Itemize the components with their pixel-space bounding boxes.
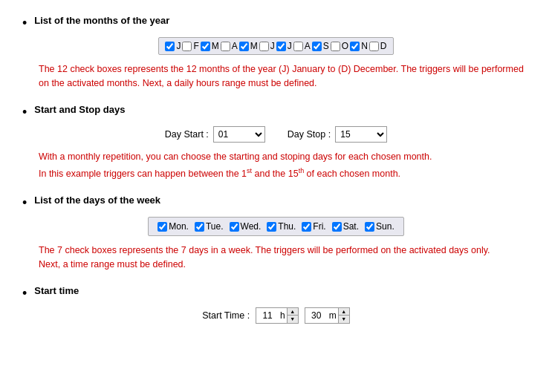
month-checkbox-7[interactable] [293, 42, 303, 51]
week-days-header: • List of the days of the week [22, 195, 530, 209]
month-cb-item-4: M [239, 41, 258, 51]
week-checkbox-group: Mon.Tue.Wed.Thu.Fri.Sat.Sun. [148, 217, 403, 236]
section-start-time: • Start time Start Time : h ▲ ▼ m ▲ ▼ [22, 285, 530, 324]
week-checkbox-1[interactable] [195, 222, 204, 232]
month-cb-item-0: J [165, 41, 181, 51]
week-label-5: Sat. [343, 221, 359, 232]
week-label-4: Fri. [313, 221, 325, 232]
days-range-desc2: In this example triggers can happen betw… [39, 166, 530, 181]
month-label-2: M [212, 41, 219, 51]
day-stop-item: Day Stop : 01 05 10 15 20 28 31 [288, 126, 387, 143]
hours-spinner: h ▲ ▼ [256, 307, 299, 324]
month-label-6: J [288, 41, 292, 51]
week-cb-item-2: Wed. [230, 221, 262, 232]
week-checkbox-3[interactable] [267, 222, 276, 232]
month-cb-item-11: D [369, 41, 387, 51]
month-checkbox-3[interactable] [221, 42, 230, 51]
month-cb-item-7: A [293, 41, 311, 51]
days-range-desc1: With a monthly repetition, you can choos… [39, 150, 530, 164]
month-checkbox-group: JFMAMJJASOND [158, 37, 393, 55]
week-checkbox-0[interactable] [158, 222, 167, 232]
week-checkbox-2[interactable] [230, 222, 239, 232]
month-cb-item-5: J [259, 41, 275, 51]
bullet-3: • [22, 196, 27, 209]
bullet-1: • [22, 16, 27, 30]
week-label-2: Wed. [241, 221, 262, 232]
minutes-input[interactable] [305, 308, 328, 323]
months-description: The 12 check boxes represents the 12 mon… [39, 62, 530, 91]
days-range-header: • Start and Stop days [22, 104, 530, 119]
month-checkbox-5[interactable] [259, 42, 269, 51]
hours-arrows: ▲ ▼ [287, 308, 298, 323]
week-checkbox-6[interactable] [365, 222, 374, 232]
month-label-9: O [342, 41, 348, 51]
week-label-6: Sun. [376, 221, 394, 232]
bullet-2: • [22, 105, 27, 119]
day-start-item: Day Start : 01 02 05 10 15 [165, 126, 265, 143]
minutes-unit: m [328, 310, 338, 321]
minutes-spinner: m ▲ ▼ [305, 307, 350, 324]
section-week-days: • List of the days of the week Mon.Tue.W… [22, 195, 530, 272]
month-checkbox-10[interactable] [350, 42, 360, 51]
minutes-up-button[interactable]: ▲ [339, 308, 349, 316]
month-checkbox-9[interactable] [331, 42, 340, 51]
week-days-title: List of the days of the week [34, 195, 160, 206]
week-cb-item-1: Tue. [195, 221, 224, 232]
month-checkbox-6[interactable] [276, 42, 286, 51]
months-checkboxes-row: JFMAMJJASOND [22, 37, 530, 55]
month-label-0: J [176, 41, 181, 51]
days-range-title: Start and Stop days [34, 104, 125, 115]
week-cb-item-5: Sat. [332, 221, 359, 232]
month-label-8: S [323, 41, 329, 51]
week-cb-item-6: Sun. [365, 221, 394, 232]
start-time-title: Start time [34, 285, 79, 296]
month-label-1: F [193, 41, 198, 51]
months-header: • List of the months of the year [22, 15, 530, 30]
month-label-10: N [361, 41, 368, 51]
month-cb-item-1: F [182, 41, 198, 51]
week-days-checkboxes-row: Mon.Tue.Wed.Thu.Fri.Sat.Sun. [22, 217, 530, 236]
week-label-1: Tue. [206, 221, 224, 232]
week-cb-item-4: Fri. [302, 221, 325, 232]
week-cb-item-3: Thu. [267, 221, 296, 232]
month-label-5: J [270, 41, 275, 51]
month-label-7: A [305, 41, 311, 51]
hours-up-button[interactable]: ▲ [288, 308, 298, 316]
minutes-down-button[interactable]: ▼ [339, 316, 349, 323]
week-label-0: Mon. [169, 221, 189, 232]
month-cb-item-3: A [221, 41, 238, 51]
day-stop-select[interactable]: 01 05 10 15 20 28 31 [335, 126, 387, 143]
month-checkbox-4[interactable] [239, 42, 249, 51]
month-label-3: A [232, 41, 238, 51]
week-label-3: Thu. [278, 221, 296, 232]
month-cb-item-9: O [331, 41, 348, 51]
months-title: List of the months of the year [34, 15, 169, 26]
minutes-arrows: ▲ ▼ [338, 308, 349, 323]
bullet-4: • [22, 287, 27, 300]
month-cb-item-10: N [350, 41, 368, 51]
hours-input[interactable] [256, 308, 279, 323]
month-checkbox-8[interactable] [312, 42, 322, 51]
start-time-header: • Start time [22, 285, 530, 300]
month-checkbox-2[interactable] [201, 42, 210, 51]
month-cb-item-2: M [201, 41, 219, 51]
month-checkbox-11[interactable] [369, 42, 379, 51]
hours-unit: h [279, 310, 287, 321]
section-days-range: • Start and Stop days Day Start : 01 02 … [22, 104, 530, 182]
day-start-label: Day Start : [165, 129, 209, 140]
month-label-4: M [250, 41, 258, 51]
month-label-11: D [380, 41, 387, 51]
week-checkbox-4[interactable] [302, 222, 311, 232]
start-time-row: Start Time : h ▲ ▼ m ▲ ▼ [22, 307, 530, 324]
month-cb-item-6: J [276, 41, 292, 51]
month-checkbox-1[interactable] [182, 42, 192, 51]
hours-down-button[interactable]: ▼ [288, 316, 298, 323]
day-start-select[interactable]: 01 02 05 10 15 [213, 126, 265, 143]
start-time-label: Start Time : [202, 310, 250, 321]
week-cb-item-0: Mon. [158, 221, 189, 232]
week-checkbox-5[interactable] [332, 222, 342, 232]
day-range-row: Day Start : 01 02 05 10 15 Day Stop : 01… [22, 126, 530, 143]
month-cb-item-8: S [312, 41, 329, 51]
month-checkbox-0[interactable] [165, 42, 175, 51]
section-months: • List of the months of the year JFMAMJJ… [22, 15, 530, 91]
